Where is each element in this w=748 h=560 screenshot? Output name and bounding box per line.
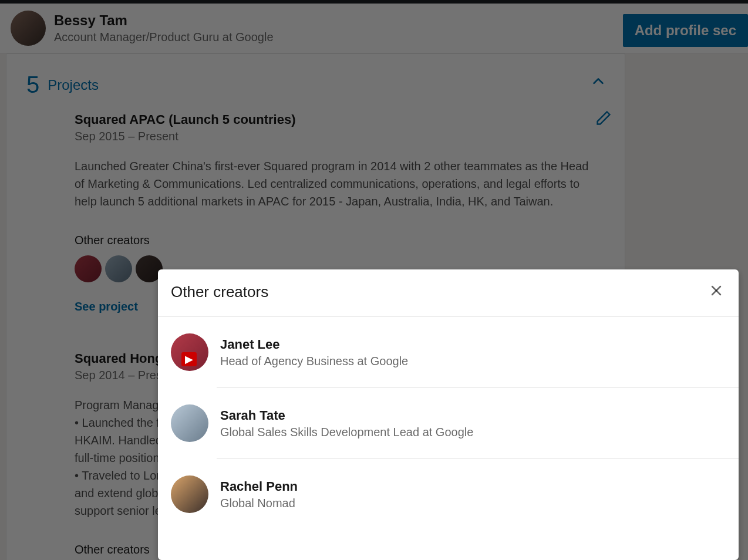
creator-row[interactable]: Janet Lee Head of Agency Business at Goo… (158, 317, 739, 387)
creator-name: Sarah Tate (220, 408, 473, 423)
creator-list: Janet Lee Head of Agency Business at Goo… (158, 317, 739, 529)
modal-title: Other creators (171, 283, 268, 301)
creator-row[interactable]: Rachel Penn Global Nomad (158, 459, 739, 529)
creator-row[interactable]: Sarah Tate Global Sales Skills Developme… (158, 388, 739, 458)
creator-name: Rachel Penn (220, 479, 298, 494)
creator-avatar[interactable] (171, 333, 208, 371)
close-icon[interactable] (707, 281, 726, 302)
creator-avatar[interactable] (171, 404, 208, 442)
creator-title: Global Sales Skills Development Lead at … (220, 426, 473, 439)
creator-avatar[interactable] (171, 475, 208, 513)
creator-title: Head of Agency Business at Google (220, 355, 408, 368)
creator-name: Janet Lee (220, 337, 408, 352)
creator-title: Global Nomad (220, 497, 298, 510)
other-creators-modal: Other creators Janet Lee Head of Agency … (158, 269, 739, 560)
